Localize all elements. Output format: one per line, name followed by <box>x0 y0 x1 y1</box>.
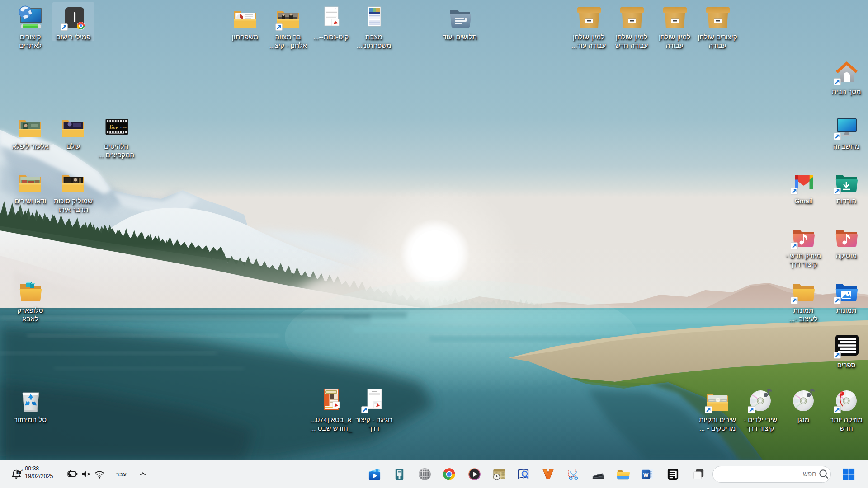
svg-text:W: W <box>643 472 649 478</box>
svg-text:z: z <box>18 471 20 474</box>
svg-text:ותונה: ותונה <box>120 126 127 129</box>
svg-text:z: z <box>21 468 23 471</box>
svg-text:live: live <box>109 124 118 131</box>
